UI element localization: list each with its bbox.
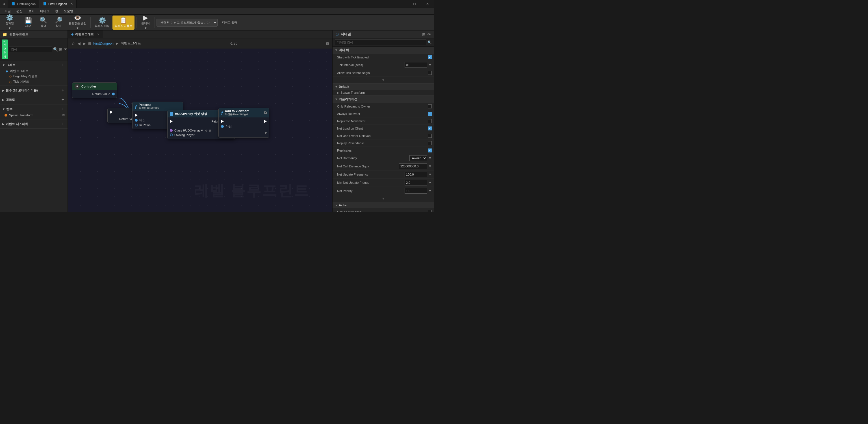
spawn-transform-var[interactable]: Spawn Transform 👁 <box>0 112 67 118</box>
possess-exec-in[interactable] <box>135 113 137 117</box>
controller-node[interactable]: 0 Controller Return Value <box>72 83 117 98</box>
minimize-button[interactable]: ─ <box>395 0 408 8</box>
collapse-icon[interactable]: ⊡ <box>326 41 329 45</box>
menu-help[interactable]: 도움말 <box>62 8 75 14</box>
menu-window[interactable]: 창 <box>53 8 60 14</box>
breadcrumb-project[interactable]: FirstDungeon <box>93 41 114 45</box>
tick-interval-input[interactable] <box>405 62 427 68</box>
spawn-transform-expand[interactable]: ▶ Spawn Transform <box>333 90 434 95</box>
add-viewport-copy-icon[interactable]: ⧉ <box>264 110 267 115</box>
menu-edit[interactable]: 편집 <box>14 8 25 14</box>
class-settings-button[interactable]: ⚙️ 클래스 세팅 <box>92 15 112 30</box>
class-defaults-button[interactable]: 📋 클래스 디폴트 <box>113 15 135 30</box>
variables-section-header[interactable]: ▼ 변수 + <box>0 105 67 112</box>
menu-view[interactable]: 보기 <box>26 8 37 14</box>
details-scroll[interactable]: ▼ 액터 틱 Start with Tick Enabled Tick Inte… <box>333 46 434 212</box>
only-relevant-checkbox[interactable] <box>428 104 432 108</box>
details-search-input[interactable] <box>335 39 426 45</box>
replicate-movement-checkbox[interactable] <box>428 119 432 123</box>
begin-play-item[interactable]: ◇ BeginPlay 이벤트 <box>0 74 67 79</box>
menu-file[interactable]: 파일 <box>2 8 13 14</box>
replication-header[interactable]: ▼ 리플리케이션 <box>333 96 434 103</box>
debug-filter-button[interactable]: 디버그 필터 <box>218 15 241 30</box>
debug-object-select[interactable]: 선택된 디버그 오브젝트가 없습니다. <box>157 19 218 27</box>
replication-scroll-down[interactable]: ▾ <box>333 195 434 202</box>
possess-pawn-circle[interactable] <box>135 124 137 127</box>
view-options-icon[interactable]: ⊞ <box>59 47 62 52</box>
replicates-checkbox[interactable] <box>428 149 432 153</box>
macros-section-header[interactable]: ▶ 매크로 + <box>0 96 67 103</box>
start-tick-checkbox[interactable] <box>428 55 432 59</box>
dispatchers-add[interactable]: + <box>60 121 65 127</box>
actor-section-header[interactable]: ▼ Actor <box>333 202 434 208</box>
bookmark-icon[interactable]: ☆ <box>71 41 75 46</box>
possess-target-circle[interactable] <box>135 119 137 122</box>
min-net-update-arrow[interactable]: ▼ <box>428 181 432 185</box>
actor-tick-header[interactable]: ▼ 액터 틱 <box>333 46 434 54</box>
nav-back-icon[interactable]: ◀ <box>78 41 81 46</box>
dispatchers-section-header[interactable]: ▶ 이벤트 디스패처 + <box>0 121 67 127</box>
macros-add[interactable]: + <box>60 97 65 102</box>
always-relevant-checkbox[interactable] <box>428 112 432 116</box>
hide-unrelated-button[interactable]: 👁️ 관련없음 숨김 ▼ <box>66 15 89 30</box>
default-section-header[interactable]: ▼ Default <box>333 84 434 90</box>
search-icon[interactable]: 🔍 <box>53 47 58 52</box>
grid-icon[interactable]: ⊞ <box>422 32 426 37</box>
event-graph-tab[interactable]: ◆ 이벤트그래프 ✕ <box>68 31 103 38</box>
min-net-update-input[interactable] <box>405 180 427 186</box>
tab-first-dungeon-2[interactable]: 📘 FirstDungeon ✕ <box>39 0 76 8</box>
event-graph-tab-close[interactable]: ✕ <box>97 33 99 36</box>
compile-arrow[interactable]: ▼ <box>7 26 12 30</box>
spawn-transform-eye[interactable]: 👁 <box>62 113 65 117</box>
can-be-damaged-checkbox[interactable] <box>428 210 432 212</box>
viewport-exec-out[interactable] <box>264 120 267 123</box>
exec-in-triangle[interactable] <box>110 110 113 114</box>
eye-toggle-icon[interactable]: 👁 <box>64 47 67 52</box>
canvas[interactable]: 0 Controller Return Value R <box>68 48 332 212</box>
variables-add[interactable]: + <box>60 106 65 111</box>
play-arrow[interactable]: ▼ <box>143 26 148 30</box>
compile-button[interactable]: ⚙️ 컴파일 ▼ <box>2 15 17 30</box>
event-graph-item[interactable]: ◆ 이벤트그래프 <box>0 68 67 74</box>
net-dormancy-select[interactable]: Awake <box>409 155 427 161</box>
net-dormancy-arrow[interactable]: ▼ <box>428 156 432 160</box>
net-priority-input[interactable] <box>405 188 427 194</box>
hud-class-link-icon[interactable]: ⊞ <box>209 129 211 132</box>
tick-interval-arrow[interactable]: ▼ <box>428 63 432 67</box>
net-cull-input[interactable] <box>399 163 427 169</box>
hud-class-connect-icon[interactable]: ⊙ <box>205 129 207 132</box>
hud-class-circle[interactable] <box>170 129 173 132</box>
new-button[interactable]: + 신규 추가 <box>2 39 8 59</box>
viewport-expand-icon[interactable]: ▾ <box>265 131 267 135</box>
section-scroll-down[interactable]: ▾ <box>333 76 434 83</box>
tab-close-icon[interactable]: ✕ <box>70 2 73 6</box>
functions-add[interactable]: + <box>60 88 65 93</box>
net-priority-arrow[interactable]: ▼ <box>428 189 432 193</box>
viewport-exec-in[interactable] <box>221 120 224 123</box>
add-viewport-node[interactable]: ƒ Add to Viewport 타깃은 User Widget ⧉ 타깃 <box>218 108 269 138</box>
net-update-freq-arrow[interactable]: ▼ <box>428 172 432 176</box>
nav-forward-icon[interactable]: ▶ <box>83 41 86 46</box>
functions-section-header[interactable]: ▶ 함수 (18 오버라이더블) + <box>0 87 67 94</box>
find-button[interactable]: 🔎 찾기 <box>51 15 66 30</box>
close-button[interactable]: ✕ <box>421 0 434 8</box>
net-cull-arrow[interactable]: ▼ <box>428 164 432 168</box>
browse-button[interactable]: 🔍 탐색 <box>36 15 51 30</box>
net-update-freq-input[interactable] <box>405 172 427 177</box>
tick-event-item[interactable]: ◇ Tick 이벤트 <box>0 79 67 85</box>
allow-tick-checkbox[interactable] <box>428 71 432 75</box>
viewport-target-circle[interactable] <box>221 125 224 128</box>
menu-debug[interactable]: 디버그 <box>38 8 52 14</box>
net-load-client-checkbox[interactable] <box>428 127 432 130</box>
save-button[interactable]: 💾 저장 <box>21 15 35 30</box>
left-search-input[interactable] <box>9 46 52 52</box>
play-button[interactable]: ▶ 플레이 ▼ <box>138 15 153 30</box>
maximize-button[interactable]: □ <box>408 0 421 8</box>
detail-eye-icon[interactable]: 👁 <box>427 32 431 37</box>
hud-exec-in[interactable] <box>170 120 173 123</box>
graphs-section-header[interactable]: ▼ 그래프 + <box>0 62 67 68</box>
hud-player-circle[interactable] <box>170 133 173 136</box>
graphs-add[interactable]: + <box>60 62 65 67</box>
details-search-icon[interactable]: 🔍 <box>428 40 432 44</box>
replay-rewindable-checkbox[interactable] <box>428 141 432 145</box>
